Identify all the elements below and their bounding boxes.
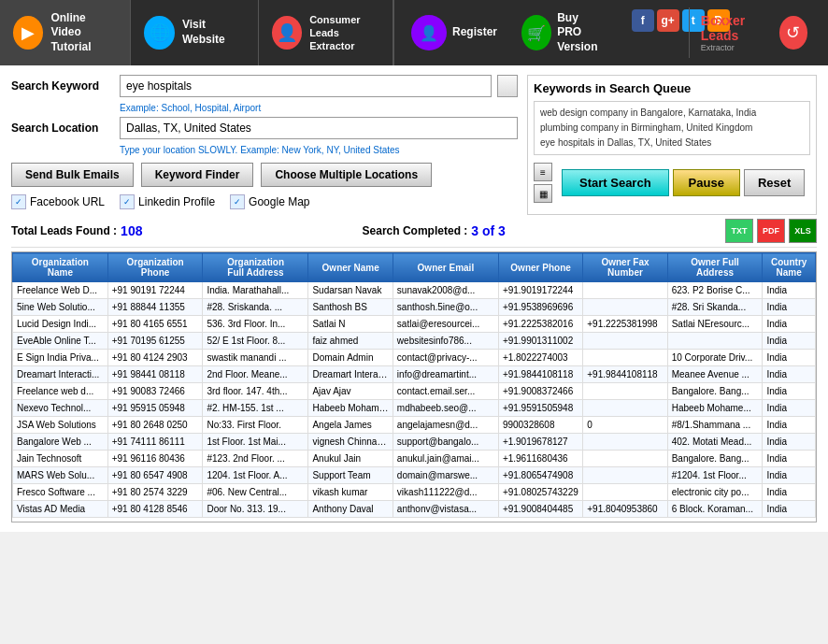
table-row[interactable]: Vistas AD Media+91 80 4128 8546Door No. … [13,501,816,518]
stats-row: Total Leads Found : 108 Search Completed… [11,215,817,248]
table-cell: +91.9591505948 [498,400,582,417]
col-header-country[interactable]: CountryName [763,253,816,282]
linkedin-profile-checkbox[interactable]: ✓ Linkedin Profile [120,194,215,209]
keyword-input[interactable] [120,75,492,97]
grid-icon-btn[interactable]: ▦ [534,184,552,203]
start-search-button[interactable]: Start Search [562,169,669,196]
table-row[interactable]: Dreamart Interacti...+91 98441 081182nd … [13,366,816,383]
table-cell: Lucid Design Indi... [13,316,108,333]
facebook-url-check-icon: ✓ [11,194,26,209]
table-cell: Sudarsan Navak [308,282,393,299]
table-cell [583,467,667,484]
table-cell: Anukul Jain [308,451,393,467]
table-cell: +1.9611680436 [498,451,582,467]
table-cell: #123. 2nd Floor. ... [203,451,308,467]
col-header-owner-email[interactable]: Owner Email [393,253,498,282]
export-txt-button[interactable]: TXT [725,219,753,243]
table-cell: +1.8022274003 [498,350,582,366]
table-cell: +91 90191 72244 [107,282,203,299]
table-cell: angelajamesn@d... [393,417,498,434]
table-row[interactable]: Freelance Web D...+91 90191 72244India. … [13,282,816,299]
table-row[interactable]: Freelance web d...+91 90083 724663rd flo… [13,383,816,400]
linkedin-label: Linkedin Profile [138,195,215,208]
table-cell: Vistas AD Media [13,501,108,518]
table-cell: +91.9901311002 [498,333,582,350]
table-row[interactable]: E Sign India Priva...+91 80 4124 2903swa… [13,350,816,366]
consumer-leads-btn[interactable]: 👤 ConsumerLeads Extractor [259,0,393,65]
facebook-icon[interactable]: f [632,9,654,32]
col-header-owner-phone[interactable]: Owner Phone [498,253,582,282]
table-cell: 5ine Web Solutio... [13,299,108,316]
col-header-org-name[interactable]: OrganizationName [13,253,108,282]
location-row: Search Location [11,117,518,139]
table-cell: Domain Admin [308,350,393,366]
location-input[interactable] [120,117,518,139]
table-cell: +91 98441 08118 [107,366,203,383]
table-row[interactable]: Bangalore Web ...+91 74111 861111st Floo… [13,434,816,451]
register-btn[interactable]: 👤 Register [404,11,505,54]
send-bulk-emails-button[interactable]: Send Bulk Emails [11,163,134,187]
table-cell: +91 80 6547 4908 [107,467,203,484]
buy-pro-btn[interactable]: 🛒 BuyPRO Version [514,7,622,59]
table-cell: Habeeb Mohame... [667,400,763,417]
table-row[interactable]: Nexevo Technol...+91 95915 05948#2. HM-1… [13,400,816,417]
queue-box: web design company in Bangalore, Karnata… [534,101,810,155]
table-cell: +91 70195 61255 [107,333,203,350]
export-xls-button[interactable]: XLS [789,219,817,243]
table-cell: electronic city po... [667,484,763,501]
googleplus-icon[interactable]: g+ [657,9,679,32]
table-row[interactable]: Jain Technosoft+91 96116 80436#123. 2nd … [13,451,816,467]
table-body: Freelance Web D...+91 90191 72244India. … [13,282,816,518]
cart-icon: 🛒 [521,15,551,50]
table-cell: +91 80 2574 3229 [107,484,203,501]
table-row[interactable]: Lucid Design Indi...+91 80 4165 6551536.… [13,316,816,333]
keyword-label: Search Keyword [11,79,114,93]
col-header-org-address[interactable]: OrganizationFull Address [203,253,308,282]
table-cell: Door No. 313. 19... [203,501,308,518]
pause-button[interactable]: Pause [673,169,740,196]
choose-locations-button[interactable]: Choose Multiple Locations [261,163,432,187]
header-right-section: 👤 Register 🛒 BuyPRO Version f g+ t B Box… [393,0,828,65]
table-cell: JSA Web Solutions [13,417,108,434]
table-cell: +91.9008372466 [498,383,582,400]
keyword-finder-button[interactable]: Keyword Finder [141,163,254,187]
table-cell: +91.9844108118 [498,366,582,383]
export-pdf-button[interactable]: PDF [757,219,785,243]
table-cell: +91.2225381998 [583,316,667,333]
table-cell [583,333,667,350]
table-row[interactable]: 5ine Web Solutio...+91 88844 11355#28. S… [13,299,816,316]
table-cell [583,451,667,467]
table-cell: India [763,417,816,434]
search-area: Search Keyword Example: School, Hospital… [11,75,817,215]
table-cell: websitesinfo786... [393,333,498,350]
col-header-org-phone[interactable]: OrganizationPhone [107,253,203,282]
table-cell: Jain Technosoft [13,451,108,467]
google-map-checkbox[interactable]: ✓ Google Map [230,194,309,209]
table-cell: +91.9538969696 [498,299,582,316]
table-cell: India [763,299,816,316]
table-cell: Bangalore. Bang... [667,451,763,467]
table-cell: Ajav Ajav [308,383,393,400]
video-tutorial-btn[interactable]: ▶ Online Video Tutorial [0,0,131,65]
col-header-owner-fulladdr[interactable]: Owner FullAddress [667,253,763,282]
play-icon: ▶ [13,16,43,50]
table-cell: +91.9844108118 [583,366,667,383]
add-keyword-button[interactable] [497,75,518,97]
table-row[interactable]: JSA Web Solutions+91 80 2648 0250No:33. … [13,417,816,434]
col-header-owner-fax[interactable]: Owner FaxNumber [583,253,667,282]
visit-website-btn[interactable]: 🌐 Visit Website [131,0,258,65]
table-cell: Freelance web d... [13,383,108,400]
table-cell: mdhabeeb.seo@... [393,400,498,417]
table-row[interactable]: MARS Web Solu...+91 80 6547 49081204. 1s… [13,467,816,484]
col-header-owner-name[interactable]: Owner Name [308,253,393,282]
table-cell: #8/1.Shammana ... [667,417,763,434]
queue-item-3: eye hospitals in Dallas, TX, United Stat… [540,136,804,150]
location-hint: Type your location SLOWLY. Example: New … [120,145,518,155]
visit-website-label: Visit Website [182,18,245,47]
reset-button[interactable]: Reset [744,169,805,196]
total-leads-value: 108 [121,223,142,238]
list-icon-btn[interactable]: ≡ [534,163,552,181]
facebook-url-checkbox[interactable]: ✓ Facebook URL [11,194,105,209]
table-row[interactable]: EveAble Online T...+91 70195 6125552/ E … [13,333,816,350]
table-row[interactable]: Fresco Software ...+91 80 2574 3229#06. … [13,484,816,501]
